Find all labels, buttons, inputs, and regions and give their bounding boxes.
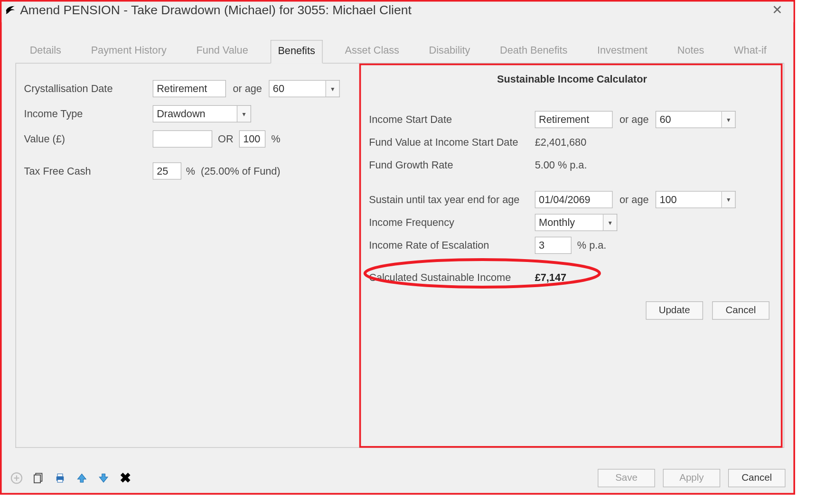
update-button[interactable]: Update <box>646 301 703 320</box>
sustainable-income-calculator: Sustainable Income Calculator Income Sta… <box>359 64 783 448</box>
escalation-rate-input[interactable] <box>535 237 572 254</box>
calculated-income-label: Calculated Sustainable Income <box>369 271 535 283</box>
benefits-panel: Crystallisation Date or age ▼ Income Typ… <box>16 64 785 448</box>
tab-payment-history[interactable]: Payment History <box>84 39 174 63</box>
income-start-age-dropdown-icon[interactable]: ▼ <box>722 111 736 128</box>
fund-growth-rate-label: Fund Growth Rate <box>369 159 535 171</box>
tab-death-benefits[interactable]: Death Benefits <box>492 39 575 63</box>
add-icon[interactable] <box>9 471 23 485</box>
dialog-window: Amend PENSION - Take Drawdown (Michael) … <box>0 0 795 495</box>
or-age-label-2: or age <box>620 113 649 125</box>
income-frequency-select[interactable] <box>535 214 604 231</box>
window-title: Amend PENSION - Take Drawdown (Michael) … <box>20 3 412 18</box>
tax-free-cash-label: Tax Free Cash <box>24 165 153 177</box>
value-amount-input[interactable] <box>153 131 212 148</box>
income-type-dropdown-icon[interactable]: ▼ <box>237 105 251 122</box>
tab-fund-value[interactable]: Fund Value <box>189 39 256 63</box>
crystallisation-date-label: Crystallisation Date <box>24 83 153 94</box>
crystallisation-age-input[interactable] <box>269 80 326 97</box>
income-start-date-input[interactable] <box>535 111 613 128</box>
calculated-income-value: £7,147 <box>535 271 566 283</box>
tab-what-if[interactable]: What-if <box>726 39 774 63</box>
income-frequency-dropdown-icon[interactable]: ▼ <box>603 214 617 231</box>
tab-details[interactable]: Details <box>22 39 69 63</box>
apply-button[interactable]: Apply <box>663 469 721 487</box>
or-age-label-3: or age <box>620 194 649 205</box>
income-frequency-label: Income Frequency <box>369 216 535 228</box>
tax-free-cash-note: (25.00% of Fund) <box>201 165 281 177</box>
sustain-until-age-dropdown-icon[interactable]: ▼ <box>722 191 736 208</box>
percent-sign: % <box>271 133 280 145</box>
svg-rect-5 <box>57 474 63 477</box>
bottom-toolbar: ✖ Save Apply Cancel <box>9 469 785 487</box>
income-type-label: Income Type <box>24 108 153 120</box>
tab-disability[interactable]: Disability <box>422 39 478 63</box>
sustain-until-age-input[interactable] <box>656 191 722 208</box>
tab-benefits[interactable]: Benefits <box>271 40 323 63</box>
fund-growth-rate-value: 5.00 % p.a. <box>535 159 587 171</box>
app-icon <box>4 4 17 17</box>
svg-rect-3 <box>34 475 40 483</box>
value-label: Value (£) <box>24 133 153 145</box>
sustain-until-label: Sustain until tax year end for age <box>369 194 535 205</box>
calculator-title: Sustainable Income Calculator <box>369 73 775 85</box>
print-icon[interactable] <box>53 471 67 485</box>
move-down-icon[interactable] <box>97 471 111 485</box>
tab-strip: Details Payment History Fund Value Benef… <box>16 39 785 63</box>
tab-notes[interactable]: Notes <box>670 39 712 63</box>
value-percent-input[interactable] <box>239 131 265 148</box>
delete-icon[interactable]: ✖ <box>118 471 132 485</box>
escalation-rate-label: Income Rate of Escalation <box>369 239 535 251</box>
income-start-date-label: Income Start Date <box>369 113 535 125</box>
escalation-suffix: % p.a. <box>577 239 606 251</box>
income-type-select[interactable] <box>153 105 237 122</box>
copy-icon[interactable] <box>31 471 45 485</box>
fund-value-value: £2,401,680 <box>535 136 587 148</box>
cancel-button[interactable]: Cancel <box>712 301 770 320</box>
tax-free-cash-input[interactable] <box>153 162 181 179</box>
tab-asset-class[interactable]: Asset Class <box>338 39 407 63</box>
fund-value-label: Fund Value at Income Start Date <box>369 136 535 148</box>
svg-rect-6 <box>57 480 63 483</box>
or-label: OR <box>218 133 234 145</box>
bottom-cancel-button[interactable]: Cancel <box>728 469 786 487</box>
crystallisation-date-input[interactable] <box>153 80 226 97</box>
move-up-icon[interactable] <box>75 471 89 485</box>
save-button[interactable]: Save <box>598 469 655 487</box>
crystallisation-age-dropdown-icon[interactable]: ▼ <box>326 80 340 97</box>
sustain-until-date-input[interactable] <box>535 191 613 208</box>
percent-sign-2: % <box>186 165 195 177</box>
tab-investment[interactable]: Investment <box>590 39 655 63</box>
titlebar: Amend PENSION - Take Drawdown (Michael) … <box>2 2 794 22</box>
close-icon[interactable]: ✕ <box>766 3 788 18</box>
income-start-age-input[interactable] <box>656 111 722 128</box>
or-age-label: or age <box>233 83 262 94</box>
